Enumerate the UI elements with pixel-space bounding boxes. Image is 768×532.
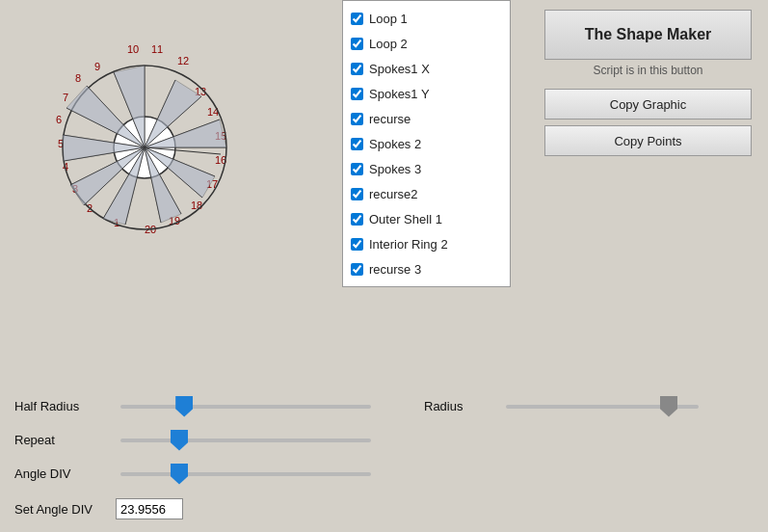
half-radius-label: Half Radius: [14, 399, 116, 413]
repeat-row: Repeat: [14, 433, 718, 447]
checklist-item-interioring2[interactable]: Interior Ring 2: [343, 231, 510, 256]
repeat-thumb[interactable]: [171, 430, 188, 451]
shape-number-8: 8: [75, 72, 81, 84]
checkbox-loop2[interactable]: [351, 38, 363, 50]
half-radius-row: Half Radius Radius: [14, 399, 718, 413]
label-loop2: Loop 2: [369, 37, 408, 51]
label-spokes1x: Spokes1 X: [369, 62, 430, 76]
checkbox-spokes2[interactable]: [351, 138, 363, 150]
checklist-item-recurse2[interactable]: recurse2: [343, 181, 510, 206]
label-spokes2: Spokes 2: [369, 137, 421, 151]
shape-number-9: 9: [94, 61, 100, 72]
label-outershell1: Outer Shell 1: [369, 212, 442, 226]
radius-label: Radius: [424, 399, 501, 413]
set-angle-div-input[interactable]: [116, 498, 183, 519]
shape-number-11: 11: [151, 43, 163, 55]
shape-number-7: 7: [63, 92, 68, 103]
set-angle-div-row: Set Angle DIV: [14, 498, 718, 519]
angle-div-row: Angle DIV: [14, 466, 718, 481]
label-spokes3: Spokes 3: [369, 162, 421, 176]
label-loop1: Loop 1: [369, 12, 408, 26]
checkbox-interioring2[interactable]: [351, 238, 363, 251]
checklist-item-loop1[interactable]: Loop 1: [343, 6, 510, 31]
checklist-item-spokes1y[interactable]: Spokes1 Y: [343, 81, 510, 106]
label-interioring2: Interior Ring 2: [369, 237, 448, 252]
checklist-item-spokes2[interactable]: Spokes 2: [343, 131, 510, 156]
checkbox-outershell1[interactable]: [351, 213, 363, 226]
shape-number-12: 12: [177, 55, 189, 66]
checkbox-recurse3[interactable]: [351, 263, 363, 276]
right-panel: The Shape Maker Script is in this button…: [535, 0, 766, 172]
checklist-panel: Loop 1 Loop 2 Spokes1 X Spokes1 Y recurs…: [342, 0, 511, 287]
shape-canvas: 9 8 7 6 5 4 3 2 1 20 19 18 17 16 15 14 1…: [10, 5, 260, 284]
angle-div-thumb[interactable]: [171, 464, 188, 485]
copy-points-button[interactable]: Copy Points: [544, 125, 752, 156]
radius-thumb[interactable]: [660, 396, 677, 417]
shape-number-18: 18: [191, 200, 202, 211]
checklist-item-recurse[interactable]: recurse: [343, 106, 510, 131]
checklist-item-recurse3[interactable]: recurse 3: [343, 256, 510, 281]
checkbox-loop1[interactable]: [351, 13, 363, 25]
title-button[interactable]: The Shape Maker: [544, 10, 752, 60]
angle-div-label: Angle DIV: [14, 466, 116, 481]
shape-number-14: 14: [207, 106, 219, 118]
checkbox-recurse[interactable]: [351, 113, 363, 125]
copy-graphic-button[interactable]: Copy Graphic: [544, 89, 752, 120]
checkbox-recurse2[interactable]: [351, 188, 363, 200]
shape-number-6: 6: [56, 114, 62, 125]
checkbox-spokes1x[interactable]: [351, 63, 363, 75]
angle-div-track[interactable]: [120, 472, 371, 476]
label-recurse: recurse: [369, 112, 410, 126]
set-angle-div-label: Set Angle DIV: [14, 502, 116, 517]
main-container: 9 8 7 6 5 4 3 2 1 20 19 18 17 16 15 14 1…: [0, 0, 768, 532]
repeat-label: Repeat: [14, 433, 116, 447]
checkbox-spokes3[interactable]: [351, 163, 363, 175]
checklist-item-loop2[interactable]: Loop 2: [343, 31, 510, 56]
label-recurse3: recurse 3: [369, 262, 421, 277]
half-radius-thumb[interactable]: [175, 396, 193, 417]
radius-track[interactable]: [506, 405, 699, 409]
checklist-item-spokes3[interactable]: Spokes 3: [343, 156, 510, 181]
label-spokes1y: Spokes1 Y: [369, 87, 430, 101]
checklist-item-spokes1x[interactable]: Spokes1 X: [343, 56, 510, 81]
label-recurse2: recurse2: [369, 187, 418, 201]
shape-number-10: 10: [127, 43, 139, 55]
half-radius-track[interactable]: [120, 405, 371, 409]
checklist-item-outershell1[interactable]: Outer Shell 1: [343, 206, 510, 231]
checkbox-spokes1y[interactable]: [351, 88, 363, 100]
sliders-area: Half Radius Radius Repeat Angle DIV: [0, 391, 732, 527]
script-label: Script is in this button: [544, 64, 752, 77]
repeat-track[interactable]: [120, 439, 371, 442]
